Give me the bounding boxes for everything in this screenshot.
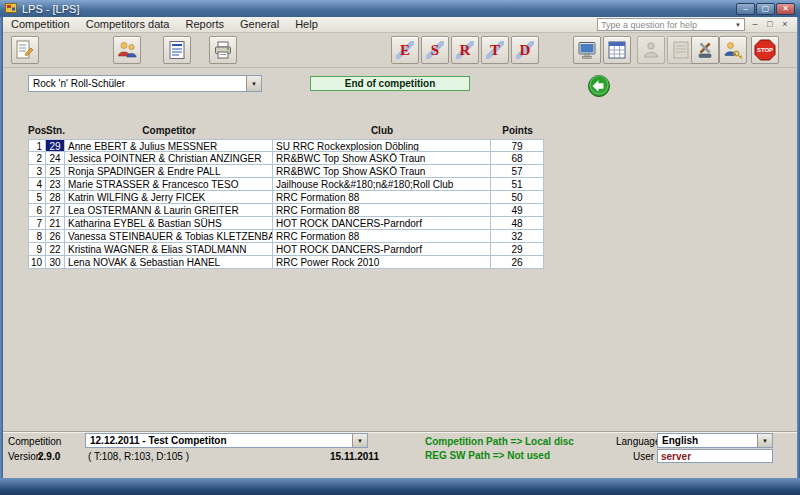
table-row[interactable]: 528Katrin WILFING & Jerry FICEKRRC Forma… xyxy=(28,191,544,204)
cell-club: RR&BWC Top Show ASKÖ Traun xyxy=(273,165,491,178)
mdi-restore-icon[interactable]: □ xyxy=(764,19,776,31)
menu-item-reports[interactable]: Reports xyxy=(177,17,232,33)
judges-button-disabled[interactable] xyxy=(637,36,665,64)
chevron-down-icon[interactable]: ▼ xyxy=(732,22,744,28)
grid-icon xyxy=(606,39,628,61)
cell-competitor: Ronja SPADINGER & Endre PALL xyxy=(65,165,273,178)
cell-points: 32 xyxy=(491,230,544,243)
settings-tools-button[interactable] xyxy=(691,36,719,64)
category-value: Rock 'n' Roll-Schüler xyxy=(29,76,246,91)
letter-t-icon: T xyxy=(490,42,500,59)
letter-d-icon: D xyxy=(520,42,531,59)
cell-competitor: Jessica POINTNER & Christian ANZINGER xyxy=(65,152,273,165)
edit-competition-button[interactable] xyxy=(11,36,39,64)
cell-stn: 22 xyxy=(46,243,65,256)
maximize-icon[interactable]: ▢ xyxy=(756,3,775,15)
cell-club: RRC Formation 88 xyxy=(273,191,491,204)
cell-pos: 4 xyxy=(28,178,46,191)
title-bar: LPS - [LPS] – ▢ ✕ xyxy=(0,0,800,17)
back-button[interactable] xyxy=(586,74,612,100)
counts-value: ( T:108, R:103, D:105 ) xyxy=(88,451,189,462)
cell-club: RR&BWC Top Show ASKÖ Traun xyxy=(273,152,491,165)
monitor-icon xyxy=(576,39,598,61)
letter-r-icon: R xyxy=(460,42,471,59)
print-button[interactable] xyxy=(209,36,237,64)
competition-status: End of competition xyxy=(310,76,470,91)
back-arrow-icon xyxy=(587,74,611,98)
cell-club: Jailhouse Rock&#180;n&#180;Roll Club xyxy=(273,178,491,191)
chevron-down-icon[interactable]: ▼ xyxy=(757,434,772,447)
table-row[interactable]: 325Ronja SPADINGER & Endre PALLRR&BWC To… xyxy=(28,165,544,178)
letter-e-icon: E xyxy=(400,42,410,59)
stop-button[interactable]: STOP xyxy=(751,36,779,64)
cell-stn: 26 xyxy=(46,230,65,243)
menu-item-competition[interactable]: Competition xyxy=(3,17,78,33)
cell-competitor: Marie STRASSER & Francesco TESO xyxy=(65,178,273,191)
cell-points: 68 xyxy=(491,152,544,165)
menu-bar: CompetitionCompetitors dataReportsGenera… xyxy=(3,17,797,33)
table-row[interactable]: 627Lea OSTERMANN & Laurin GREITERRRC For… xyxy=(28,204,544,217)
cell-points: 48 xyxy=(491,217,544,230)
toolbar-r-button[interactable]: R xyxy=(451,36,479,64)
report-button[interactable] xyxy=(163,36,191,64)
cell-club: HOT ROCK DANCERS-Parndorf xyxy=(273,217,491,230)
cell-stn: 24 xyxy=(46,152,65,165)
table-row[interactable]: 721Katharina EYBEL & Bastian SÜHSHOT ROC… xyxy=(28,217,544,230)
toolbar-t-button[interactable]: T xyxy=(481,36,509,64)
help-placeholder: Type a question for help xyxy=(598,20,732,30)
window-controls: – ▢ ✕ xyxy=(736,3,795,15)
cell-stn: 21 xyxy=(46,217,65,230)
competitors-button[interactable] xyxy=(113,36,141,64)
close-icon[interactable]: ✕ xyxy=(776,3,795,15)
toolbar-e-button[interactable]: E xyxy=(391,36,419,64)
header-points: Points xyxy=(491,124,544,138)
cell-stn: 30 xyxy=(46,256,65,269)
menu-item-competitors-data[interactable]: Competitors data xyxy=(78,17,178,33)
window-border-bottom xyxy=(0,478,800,495)
chevron-down-icon[interactable]: ▼ xyxy=(352,434,367,447)
cell-points: 29 xyxy=(491,243,544,256)
toolbar-d-button[interactable]: D xyxy=(511,36,539,64)
table-row[interactable]: 423Marie STRASSER & Francesco TESOJailho… xyxy=(28,178,544,191)
table-row[interactable]: 129Anne EBERT & Julius MESSNERSU RRC Roc… xyxy=(28,139,544,152)
competitors-icon xyxy=(116,39,138,61)
cell-pos: 2 xyxy=(28,152,46,165)
svg-text:STOP: STOP xyxy=(757,47,773,53)
help-question-input[interactable]: Type a question for help ▼ xyxy=(597,18,745,31)
report-icon xyxy=(166,39,188,61)
menu-item-general[interactable]: General xyxy=(232,17,287,33)
competition-path-status: Competition Path => Local disc xyxy=(425,436,574,447)
language-select[interactable]: English ▼ xyxy=(657,433,773,448)
tools-icon xyxy=(694,39,716,61)
cell-pos: 10 xyxy=(28,256,46,269)
table-row[interactable]: 922Kristina WAGNER & Elias STADLMANNHOT … xyxy=(28,243,544,256)
cell-pos: 3 xyxy=(28,165,46,178)
cell-pos: 5 xyxy=(28,191,46,204)
header-pos: Pos. xyxy=(28,124,46,138)
round-letter-buttons: ESRTD xyxy=(391,36,539,64)
cell-pos: 6 xyxy=(28,204,46,217)
cell-club: HOT ROCK DANCERS-Parndorf xyxy=(273,243,491,256)
schedule-grid-button[interactable] xyxy=(603,36,631,64)
chevron-down-icon[interactable]: ▼ xyxy=(246,76,261,91)
version-value: 2.9.0 xyxy=(38,451,60,462)
sheet-icon xyxy=(670,39,692,61)
cell-competitor: Katharina EYBEL & Bastian SÜHS xyxy=(65,217,273,230)
table-row[interactable]: 1030Lena NOVAK & Sebastian HANELRRC Powe… xyxy=(28,256,544,269)
minimize-icon[interactable]: – xyxy=(736,3,755,15)
user-access-button[interactable] xyxy=(719,36,747,64)
mdi-close-icon[interactable]: × xyxy=(779,19,791,31)
edit-icon xyxy=(14,39,36,61)
screen-display-button[interactable] xyxy=(573,36,601,64)
printer-icon xyxy=(212,39,234,61)
table-row[interactable]: 826Vanessa STEINBAUER & Tobias KLETZENBA… xyxy=(28,230,544,243)
table-row[interactable]: 224Jessica POINTNER & Christian ANZINGER… xyxy=(28,152,544,165)
competition-select[interactable]: 12.12.2011 - Test Competiton ▼ xyxy=(85,433,368,448)
cell-stn: 23 xyxy=(46,178,65,191)
mdi-minimize-icon[interactable]: – xyxy=(749,19,761,31)
menu-item-help[interactable]: Help xyxy=(287,17,326,33)
menu-items: CompetitionCompetitors dataReportsGenera… xyxy=(3,17,326,33)
category-select[interactable]: Rock 'n' Roll-Schüler ▼ xyxy=(28,75,262,92)
user-input[interactable] xyxy=(657,449,773,463)
toolbar-s-button[interactable]: S xyxy=(421,36,449,64)
